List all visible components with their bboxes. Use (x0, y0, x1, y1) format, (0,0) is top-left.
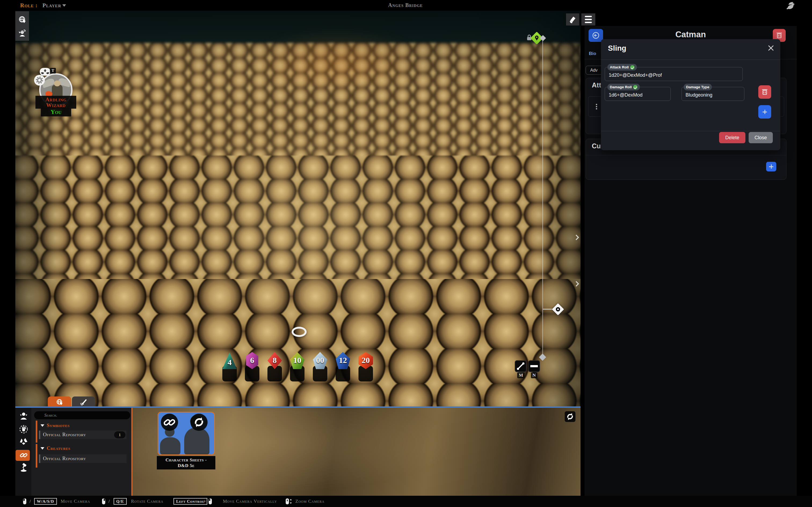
link-icon (161, 414, 178, 431)
die-d20[interactable]: 20 (358, 352, 373, 369)
shortcut-bar: / W/A/S/D Move Camera / Q/E Rotate Camer… (0, 496, 812, 507)
die-d8[interactable]: 8 (267, 352, 282, 369)
dropdown-arrow-icon[interactable] (62, 4, 66, 7)
trash-icon (758, 85, 771, 99)
section-accent-bar (36, 444, 37, 467)
section-header-creatures[interactable]: Creatures (41, 445, 70, 451)
link-button[interactable] (161, 414, 178, 431)
custom-header: Cu (592, 142, 601, 150)
globe-location-icon[interactable] (18, 15, 27, 24)
mouse-left-icon (208, 498, 212, 505)
rotate-camera-label: Rotate Camera (131, 499, 163, 504)
die-d6[interactable]: 6 (245, 352, 259, 369)
kebab-menu-icon[interactable] (596, 103, 598, 111)
token-owner-plate: You (41, 108, 71, 116)
valid-check-icon (630, 65, 635, 69)
creature-heads-icon[interactable] (19, 437, 29, 446)
link-tool-icon[interactable] (19, 450, 29, 460)
menu-icon (585, 22, 592, 23)
token-nameplate: Ardling Wizard (36, 96, 76, 109)
selection-ring (292, 327, 307, 337)
rabbit-icon[interactable] (784, 1, 798, 10)
section-header-symbiotes[interactable]: Symbiotes (41, 422, 69, 429)
tab-bio[interactable]: Bio (589, 51, 596, 56)
characters-icon[interactable] (19, 411, 29, 420)
scene-toolbar (15, 11, 29, 41)
repo-row-creatures[interactable]: Official Repository (39, 454, 126, 463)
library-icon-column (15, 408, 32, 496)
modal-divider (601, 131, 780, 131)
level-icon (529, 361, 540, 372)
valid-check-icon (633, 85, 638, 89)
role-dropdown[interactable]: Player (42, 2, 61, 9)
mouse-left-icon (23, 498, 27, 505)
plus-icon (769, 164, 773, 169)
wizard-head (54, 80, 60, 87)
modal-title: Sling (608, 44, 626, 53)
separator: / (108, 499, 110, 504)
measure-tool-button[interactable] (515, 360, 526, 372)
library-list: Symbiotes Official Repository 1 Creature… (32, 408, 131, 496)
key-wasd: W/A/S/D (34, 498, 57, 505)
hand-select-icon[interactable] (19, 425, 29, 434)
tab-combat[interactable] (72, 396, 95, 408)
measure-icon (515, 361, 526, 372)
chevron-right-icon[interactable] (575, 234, 579, 241)
attacks-header: Att (592, 81, 601, 89)
tab-locations[interactable] (48, 396, 71, 408)
creature-help-icon[interactable] (18, 29, 27, 38)
globe-location-icon (56, 398, 64, 406)
delete-button[interactable]: Delete (719, 132, 746, 143)
separator: + (203, 499, 206, 504)
die-d00[interactable]: 00 (313, 352, 327, 369)
3d-viewport[interactable] (15, 11, 580, 407)
section-divider (586, 155, 786, 155)
library-top-border (15, 406, 580, 408)
close-icon[interactable] (767, 45, 774, 52)
search-input[interactable] (34, 411, 130, 419)
collapse-triangle-icon (41, 425, 44, 427)
top-bar: Role : Player Anges Bridge (0, 0, 812, 11)
build-tool-icon[interactable] (19, 463, 29, 472)
gizmo-vertical-line (543, 40, 543, 357)
map-title: Anges Bridge (370, 2, 440, 8)
section-accent-bar (36, 420, 37, 443)
refresh-library-button[interactable] (565, 411, 575, 422)
turn-marker-badge[interactable]: T (50, 68, 56, 73)
menu-icon (585, 19, 592, 20)
collapse-triangle-icon (41, 447, 44, 450)
library-panel: Symbiotes Official Repository 1 Creature… (15, 408, 580, 496)
die-d4[interactable]: 4 (222, 352, 237, 369)
add-damage-button[interactable] (758, 105, 771, 119)
chevron-right-icon[interactable] (575, 280, 579, 287)
sync-button[interactable] (190, 414, 208, 431)
player-token[interactable]: T Ardling Wizard You (39, 68, 82, 116)
count-badge: 1 (114, 431, 125, 438)
mouse-right-icon (102, 498, 106, 505)
scene-vignette (15, 11, 580, 407)
add-custom-button[interactable] (766, 162, 776, 171)
gear-icon[interactable] (34, 75, 45, 86)
weapon-edit-modal: Sling Attack Roll Damage Roll Damage Typ… (601, 39, 780, 150)
mouse-middle-icon (286, 498, 292, 505)
repo-row-symbiotes[interactable]: Official Repository 1 (39, 431, 126, 439)
die-d10[interactable]: 10 (290, 352, 305, 369)
character-name-title: Catman (585, 30, 797, 40)
zoom-camera-label: Zoom Camera (295, 499, 324, 504)
drop-wings-icon[interactable] (40, 68, 50, 76)
menu-button[interactable] (581, 13, 595, 25)
vertical-camera-label: Move Camera Vertically (223, 499, 277, 504)
sync-icon (190, 414, 208, 431)
sync-icon (565, 411, 575, 422)
rulebook-button[interactable] (566, 13, 579, 25)
card-title: Character Sheets - D&D 5e (157, 456, 215, 469)
remove-damage-button[interactable] (758, 85, 771, 99)
level-tool-button[interactable] (528, 360, 540, 372)
key-qe: Q/E (114, 498, 127, 505)
level-key-label: N (531, 372, 537, 378)
die-d12[interactable]: 12 (336, 352, 350, 369)
symbiote-card[interactable] (158, 412, 215, 455)
damage-roll-badge: Damage Roll (607, 84, 640, 91)
sword-icon (80, 398, 88, 406)
close-button[interactable]: Close (749, 132, 773, 143)
